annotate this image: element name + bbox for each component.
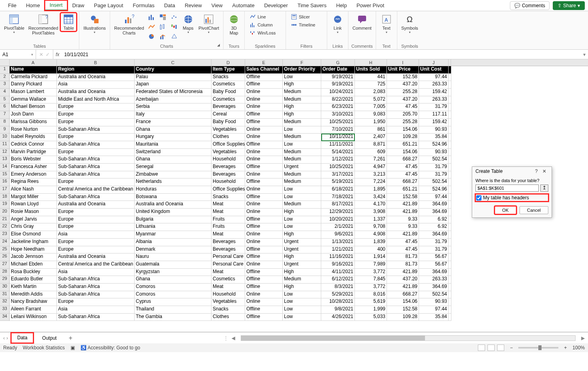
cell[interactable]: Jackeline Ingham (10, 239, 57, 246)
cell[interactable]: Europe (57, 209, 135, 216)
cell[interactable]: Online (245, 231, 283, 239)
tab-developer[interactable]: Developer (259, 1, 292, 10)
zoom-in-button[interactable]: + (564, 345, 567, 351)
col-header-i[interactable]: I (387, 59, 419, 66)
combo-chart-button[interactable] (158, 32, 168, 41)
cell[interactable]: Marissa Gibbons (10, 119, 57, 126)
cell[interactable]: High (283, 81, 321, 89)
cell[interactable]: Ghana (135, 276, 211, 284)
cell[interactable]: 10/24/2021 (321, 89, 355, 96)
range-selector-button[interactable]: ↥ (540, 184, 548, 192)
cell[interactable]: Gemma Wallace (10, 96, 57, 104)
cell[interactable]: 8/17/2021 (321, 201, 355, 209)
cell[interactable]: Nauru (135, 253, 211, 261)
cell[interactable]: 7,261 (355, 156, 387, 164)
hierarchy-chart-button[interactable] (158, 13, 168, 22)
workbook-statistics[interactable]: Workbook Statistics (23, 345, 65, 351)
cell[interactable]: Beverages (211, 103, 245, 111)
cell[interactable]: Online (245, 171, 283, 179)
row-header[interactable]: 27 (0, 261, 10, 269)
row-header[interactable]: 18 (0, 194, 10, 201)
cell[interactable]: 5/14/2021 (321, 149, 355, 156)
cell[interactable]: Low (283, 194, 321, 201)
pivotchart-button[interactable]: PivotChart ▾ (197, 13, 221, 35)
row-header[interactable]: 22 (0, 223, 10, 231)
cell[interactable]: Hope Needham (10, 246, 57, 254)
cell[interactable]: 441 (355, 74, 387, 81)
cell[interactable]: Asia (57, 306, 135, 314)
record-macro-icon[interactable]: ▣ (70, 345, 75, 351)
zoom-thumb[interactable] (538, 345, 542, 350)
cell[interactable]: 9,708 (355, 223, 387, 231)
cell[interactable]: Rosie Mason (10, 209, 57, 216)
cell[interactable]: 421.89 (387, 209, 419, 216)
select-all-corner[interactable] (0, 59, 10, 66)
cell[interactable]: Guatemala (135, 261, 211, 269)
header-cell[interactable]: Country (135, 66, 211, 74)
cell[interactable]: Sub-Saharan Africa (57, 171, 135, 179)
cell[interactable]: Sub-Saharan Africa (57, 126, 135, 134)
fx-icon[interactable]: fx (53, 52, 62, 57)
cell[interactable]: 8/3/2021 (321, 284, 355, 291)
cell[interactable]: 255.28 (387, 89, 419, 96)
cell[interactable]: 10/25/2021 (321, 119, 355, 126)
cell[interactable]: 9/16/2021 (321, 261, 355, 269)
cell[interactable]: 154.06 (387, 149, 419, 156)
table-button[interactable]: Table (60, 13, 77, 31)
cell[interactable]: 7,005 (355, 103, 387, 111)
cell[interactable]: 6.92 (419, 216, 449, 224)
pie-chart-button[interactable] (147, 32, 157, 41)
cell[interactable]: Online (245, 134, 283, 141)
name-box[interactable]: ▾ (0, 50, 36, 59)
zoom-slider[interactable] (518, 347, 558, 349)
cell[interactable]: 35.84 (419, 314, 449, 321)
cell[interactable]: Offline (245, 269, 283, 276)
row-header[interactable]: 12 (0, 149, 10, 156)
cell[interactable]: Urgent (283, 239, 321, 246)
cell[interactable]: 3/17/2021 (321, 171, 355, 179)
cell[interactable]: 7,989 (355, 261, 387, 269)
3d-map-button[interactable]: 3D Map (226, 13, 242, 36)
row-header[interactable]: 17 (0, 186, 10, 194)
tab-insert[interactable]: Insert (45, 0, 68, 10)
row-header[interactable]: 34 (0, 314, 10, 321)
cell[interactable]: Low (283, 74, 321, 81)
cell[interactable]: Michael Benson (10, 103, 57, 111)
cell[interactable]: 524.96 (419, 186, 449, 194)
illustrations-button[interactable]: Illustrations ▾ (82, 13, 107, 35)
cell[interactable]: Isabel Reynolds (10, 134, 57, 141)
cell[interactable]: High (283, 269, 321, 276)
cell[interactable]: Low (283, 141, 321, 149)
cell[interactable]: 31.79 (419, 164, 449, 171)
cell[interactable]: Australia and Oceania (57, 201, 135, 209)
tab-help[interactable]: Help (331, 1, 352, 10)
cell[interactable]: 2,407 (355, 134, 387, 141)
cell[interactable]: Carmella Pickard (10, 74, 57, 81)
cell[interactable]: Europe (57, 246, 135, 254)
cell[interactable]: 31.79 (419, 103, 449, 111)
cell[interactable]: 421.89 (387, 201, 419, 209)
cell[interactable]: 4,908 (355, 231, 387, 239)
cell[interactable]: 152.58 (387, 306, 419, 314)
row-header[interactable]: 1 (0, 66, 10, 74)
cell[interactable]: 6/12/2021 (321, 276, 355, 284)
cell[interactable]: 47.45 (387, 164, 419, 171)
comments-button[interactable]: 💬 Comments (510, 1, 550, 10)
sheet-tab-output[interactable]: Output (36, 334, 62, 343)
cell[interactable]: Honduras (135, 186, 211, 194)
cell[interactable]: Eduardo Butler (10, 276, 57, 284)
cell[interactable]: 205.70 (387, 111, 419, 119)
cell[interactable]: Vegetables (211, 126, 245, 134)
cell[interactable]: Cedrick Connor (10, 141, 57, 149)
zoom-out-button[interactable]: − (510, 345, 513, 351)
cell[interactable]: 263.33 (419, 81, 449, 89)
cell[interactable]: Bulgaria (135, 216, 211, 224)
sparkline-line-button[interactable]: Line (247, 13, 283, 21)
cell[interactable]: 668.27 (387, 156, 419, 164)
cell[interactable]: 56.67 (419, 261, 449, 269)
cell[interactable]: Snacks (211, 194, 245, 201)
charts-dialog-launcher[interactable]: ◢ (215, 43, 221, 49)
cell[interactable]: Australia and Oceania (135, 201, 211, 209)
accessibility-status[interactable]: ♿ Accessibility: Good to go (81, 345, 140, 351)
cell[interactable]: Comoros (135, 291, 211, 299)
